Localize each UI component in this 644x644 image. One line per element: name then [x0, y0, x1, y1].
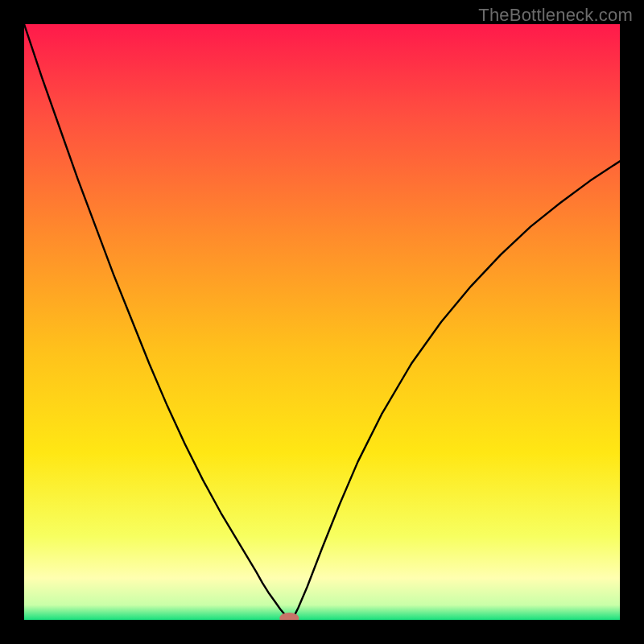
plot-area: [24, 24, 620, 620]
watermark-text: TheBottleneck.com: [478, 5, 633, 26]
chart-svg: [24, 24, 620, 620]
chart-frame: TheBottleneck.com: [0, 0, 644, 644]
gradient-background: [24, 24, 620, 620]
